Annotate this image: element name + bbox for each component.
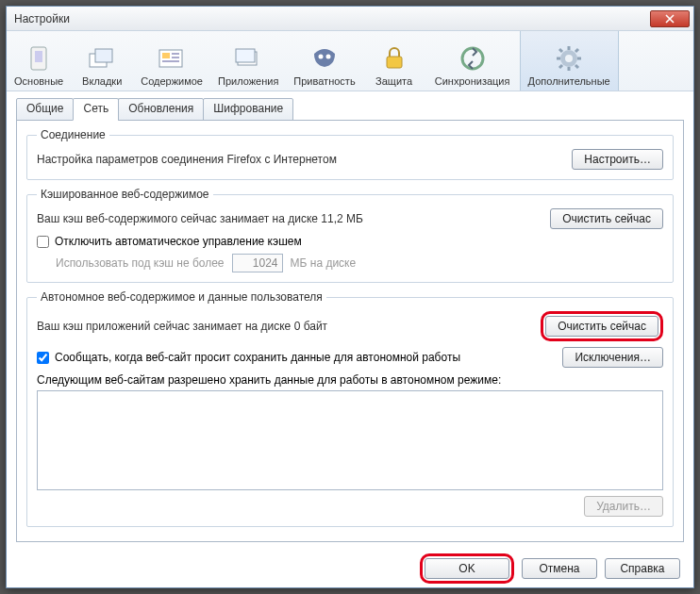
toolbar-label-privacy: Приватность xyxy=(293,75,355,87)
tab-updates[interactable]: Обновления xyxy=(118,98,204,121)
toolbar-label-main: Основные xyxy=(14,75,63,87)
svg-point-18 xyxy=(565,55,573,62)
titlebar: Настройки xyxy=(7,7,693,31)
notify-offline-label: Сообщать, когда веб-сайт просит сохранит… xyxy=(55,351,460,364)
cache-desc: Ваш кэш веб-содержимого сейчас занимает … xyxy=(37,212,541,225)
tab-encryption[interactable]: Шифрование xyxy=(203,98,293,121)
toolbar-label-apps: Приложения xyxy=(218,75,278,87)
highlight-ok: OK xyxy=(420,553,514,584)
clear-cache-button[interactable]: Очистить сейчас xyxy=(550,208,663,229)
configure-button[interactable]: Настроить… xyxy=(572,149,663,170)
notify-offline-checkbox[interactable] xyxy=(37,352,49,364)
toolbar-item-privacy[interactable]: Приватность xyxy=(286,31,362,91)
exceptions-button[interactable]: Исключения… xyxy=(562,347,663,368)
cancel-button[interactable]: Отмена xyxy=(522,558,597,579)
settings-window: Настройки Основные Вкладки Содержимое Пр… xyxy=(6,6,694,588)
apps-icon xyxy=(233,43,263,74)
svg-line-26 xyxy=(559,65,562,68)
connection-group: Соединение Настройка параметров соединен… xyxy=(26,128,674,180)
tab-general[interactable]: Общие xyxy=(16,98,74,121)
sites-label: Следующим веб-сайтам разрешено хранить д… xyxy=(37,373,501,387)
svg-point-14 xyxy=(325,55,330,59)
highlight-clear-offline: Очистить сейчас xyxy=(541,311,663,341)
svg-rect-6 xyxy=(172,53,179,55)
disable-auto-cache-label: Отключить автоматическое управление кэше… xyxy=(55,235,302,248)
toolbar: Основные Вкладки Содержимое Приложения П… xyxy=(7,31,693,91)
disable-auto-cache-checkbox[interactable] xyxy=(37,236,49,248)
toolbar-item-sync[interactable]: Синхронизация xyxy=(425,31,520,91)
svg-rect-3 xyxy=(95,49,112,62)
svg-rect-12 xyxy=(236,49,255,62)
remove-site-button[interactable]: Удалить… xyxy=(584,496,663,517)
toolbar-label-advanced: Дополнительные xyxy=(528,75,610,87)
toolbar-item-content[interactable]: Содержимое xyxy=(133,31,210,91)
lock-icon xyxy=(379,43,409,74)
svg-point-13 xyxy=(318,55,323,59)
close-button[interactable] xyxy=(650,10,690,27)
tab-panel: Соединение Настройка параметров соединен… xyxy=(16,120,684,542)
svg-rect-7 xyxy=(172,57,179,58)
toolbar-item-main[interactable]: Основные xyxy=(7,31,71,91)
close-icon xyxy=(665,14,675,24)
tab-network[interactable]: Сеть xyxy=(73,98,119,121)
tabstrip: Общие Сеть Обновления Шифрование xyxy=(16,98,684,121)
toolbar-label-sync: Синхронизация xyxy=(435,75,510,87)
offline-desc: Ваш кэш приложений сейчас занимает на ди… xyxy=(37,320,531,333)
svg-line-25 xyxy=(575,49,578,52)
dialog-buttons: OK Отмена Справка xyxy=(7,550,693,587)
toolbar-item-advanced[interactable]: Дополнительные xyxy=(520,31,619,91)
help-button[interactable]: Справка xyxy=(605,558,680,579)
svg-rect-15 xyxy=(387,57,402,68)
toolbar-label-tabs: Вкладки xyxy=(82,75,122,87)
cache-limit-label: Использовать под кэш не более xyxy=(56,256,225,270)
connection-legend: Соединение xyxy=(37,128,109,141)
toolbar-item-tabs[interactable]: Вкладки xyxy=(71,31,133,91)
cache-limit-input[interactable] xyxy=(232,254,283,272)
cache-group: Кэшированное веб-содержимое Ваш кэш веб-… xyxy=(26,188,674,283)
cache-limit-unit: МБ на диске xyxy=(291,256,357,270)
window-title: Настройки xyxy=(14,12,650,25)
svg-line-24 xyxy=(575,65,578,68)
ok-button[interactable]: OK xyxy=(425,558,509,579)
svg-rect-8 xyxy=(162,60,179,62)
content-area: Общие Сеть Обновления Шифрование Соедине… xyxy=(7,91,693,550)
mask-icon xyxy=(309,43,340,74)
svg-rect-1 xyxy=(35,51,42,62)
main-icon xyxy=(24,43,54,74)
offline-group: Автономное веб-содержимое и данные польз… xyxy=(26,290,674,527)
cache-legend: Кэшированное веб-содержимое xyxy=(37,188,213,201)
toolbar-item-apps[interactable]: Приложения xyxy=(210,31,286,91)
svg-line-23 xyxy=(559,49,562,52)
tabs-icon xyxy=(87,43,117,74)
gear-icon xyxy=(554,43,584,74)
svg-rect-5 xyxy=(162,53,170,58)
toolbar-label-content: Содержимое xyxy=(141,75,203,87)
svg-point-16 xyxy=(462,48,483,69)
sites-listbox[interactable] xyxy=(37,390,663,490)
offline-legend: Автономное веб-содержимое и данные польз… xyxy=(37,290,326,304)
toolbar-item-security[interactable]: Защита xyxy=(363,31,425,91)
sync-icon xyxy=(458,43,488,74)
toolbar-label-security: Защита xyxy=(375,75,412,87)
content-icon xyxy=(157,43,187,74)
clear-offline-button[interactable]: Очистить сейчас xyxy=(545,316,658,337)
connection-desc: Настройка параметров соединения Firefox … xyxy=(37,153,562,166)
